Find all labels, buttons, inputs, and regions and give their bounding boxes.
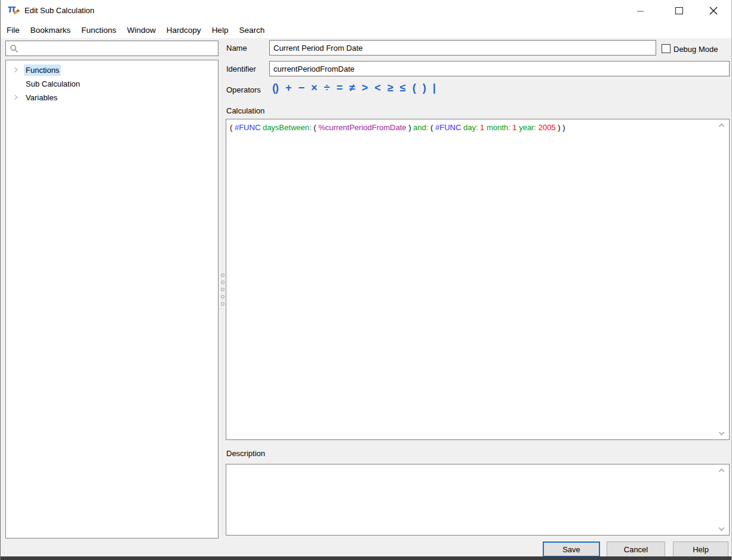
calc-token: ( — [230, 123, 235, 132]
tree-item-sub-calculation[interactable]: Sub Calculation — [6, 77, 218, 91]
menu-item-hardcopy[interactable]: Hardcopy — [161, 23, 207, 37]
calc-token: #FUNC — [435, 123, 461, 132]
menu-item-functions[interactable]: Functions — [76, 23, 122, 37]
maximize-icon[interactable] — [675, 7, 683, 14]
operator-button[interactable]: < — [374, 82, 380, 94]
operators-label: Operators — [226, 85, 261, 94]
calc-token: ( — [430, 123, 435, 132]
minimize-icon[interactable] — [637, 11, 644, 12]
save-button[interactable]: Save — [543, 541, 600, 557]
edit-sub-calculation-window: π Edit Sub Calculation FileBookmarksFunc… — [0, 0, 732, 560]
tree-item-label: Functions — [24, 64, 61, 76]
calc-token: 1 — [512, 123, 516, 132]
app-icon: π — [8, 5, 20, 17]
calc-token: daysBetween: — [260, 123, 313, 132]
debug-mode-label: Debug Mode — [673, 45, 718, 54]
calc-token: year: — [517, 123, 539, 132]
operator-button[interactable]: ≠ — [349, 82, 355, 94]
tree-item-functions[interactable]: Functions — [6, 63, 218, 77]
calculation-expression: ( #FUNC daysBetween: ( %currentPeriodFro… — [230, 123, 565, 132]
search-input[interactable] — [5, 41, 219, 56]
menu-item-help[interactable]: Help — [207, 23, 234, 37]
description-label: Description — [226, 449, 265, 458]
tree-item-label: Sub Calculation — [24, 78, 82, 90]
menu-item-bookmarks[interactable]: Bookmarks — [25, 23, 76, 37]
cancel-button[interactable]: Cancel — [607, 541, 665, 557]
operator-button[interactable]: ≥ — [387, 82, 393, 94]
calc-token: and: — [413, 123, 430, 132]
operator-button[interactable]: ≤ — [400, 82, 405, 94]
chevron-right-icon[interactable] — [13, 67, 17, 72]
debug-mode-checkbox[interactable] — [662, 44, 671, 53]
calculation-editor[interactable]: ( #FUNC daysBetween: ( %currentPeriodFro… — [226, 119, 730, 440]
calc-token: #FUNC — [235, 123, 260, 132]
calc-token: month: — [484, 123, 512, 132]
operator-button[interactable]: () — [272, 82, 278, 94]
close-icon[interactable] — [709, 6, 718, 16]
help-button[interactable]: Help — [673, 541, 728, 557]
calc-token: ) ) — [556, 123, 565, 132]
operator-button[interactable]: × — [311, 82, 317, 94]
menu-item-file[interactable]: File — [1, 23, 25, 37]
operator-toolbar: ()+−×÷=≠><≥≤()| — [272, 82, 435, 94]
operator-button[interactable]: ) — [423, 82, 426, 94]
calc-token: day: — [461, 123, 480, 132]
calc-token: %currentPeriodFromDate — [318, 123, 406, 132]
menu-item-search[interactable]: Search — [233, 23, 270, 37]
scroll-up-icon[interactable] — [719, 469, 725, 475]
window-title: Edit Sub Calculation — [24, 6, 94, 15]
operator-button[interactable]: ÷ — [324, 82, 330, 94]
menu-bar: FileBookmarksFunctionsWindowHardcopyHelp… — [1, 21, 731, 38]
calc-token: ) — [407, 123, 414, 132]
name-label: Name — [226, 44, 247, 53]
identifier-label: Identifier — [226, 64, 256, 73]
chevron-right-icon[interactable] — [13, 95, 17, 100]
search-icon — [10, 44, 19, 53]
description-editor[interactable] — [226, 464, 730, 536]
operator-button[interactable]: − — [299, 82, 305, 94]
menu-item-window[interactable]: Window — [122, 23, 161, 37]
scroll-up-icon[interactable] — [719, 124, 725, 130]
name-field[interactable] — [269, 40, 656, 56]
title-bar: π Edit Sub Calculation — [1, 0, 731, 21]
operator-button[interactable]: = — [336, 82, 342, 94]
function-tree: FunctionsSub CalculationVariables — [5, 60, 219, 539]
tree-item-variables[interactable]: Variables — [6, 91, 218, 104]
calc-token: 2005 — [539, 123, 556, 132]
calc-token: ( — [313, 123, 318, 132]
calculation-label: Calculation — [226, 106, 264, 115]
operator-button[interactable]: > — [362, 82, 368, 94]
tree-item-label: Variables — [24, 92, 59, 103]
operator-button[interactable]: | — [433, 82, 435, 94]
operator-button[interactable]: + — [285, 82, 291, 94]
background-window-edge — [1, 556, 731, 560]
scroll-down-icon[interactable] — [719, 430, 725, 436]
identifier-field[interactable] — [269, 61, 730, 76]
scroll-down-icon[interactable] — [719, 525, 725, 531]
operator-button[interactable]: ( — [413, 82, 416, 94]
splitter-grip[interactable] — [220, 273, 226, 306]
